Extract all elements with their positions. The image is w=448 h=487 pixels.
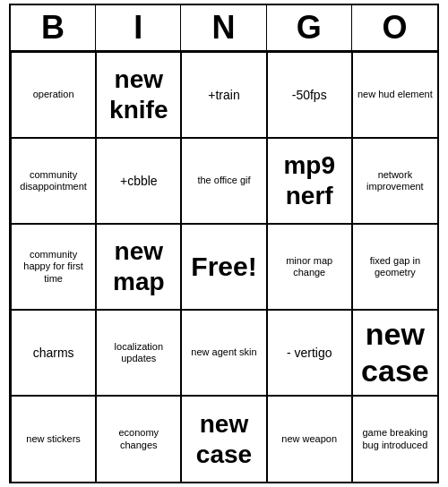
header-letter: O <box>352 5 437 50</box>
cell-text: mp9 nerf <box>271 150 348 210</box>
bingo-grid: operationnew knife+train-50fpsnew hud el… <box>11 52 437 482</box>
cell-text: network improvement <box>357 169 434 192</box>
cell-text: new map <box>100 236 177 296</box>
cell-text: new case <box>357 316 434 389</box>
bingo-cell: fixed gap in geometry <box>352 224 437 310</box>
bingo-cell: operation <box>11 52 96 138</box>
header-letter: G <box>267 5 352 50</box>
bingo-cell: economy changes <box>96 396 181 482</box>
bingo-cell: mp9 nerf <box>267 138 352 224</box>
cell-text: new agent skin <box>191 346 256 358</box>
cell-text: charms <box>33 346 74 361</box>
bingo-cell: community happy for first time <box>11 224 96 310</box>
cell-text: game breaking bug introduced <box>357 427 434 450</box>
cell-text: community happy for first time <box>15 249 91 285</box>
cell-text: new weapon <box>281 433 337 445</box>
bingo-cell: game breaking bug introduced <box>352 396 437 482</box>
bingo-cell: localization updates <box>96 310 181 396</box>
cell-text: new case <box>185 409 262 469</box>
bingo-cell: community disappoint­ment <box>11 138 96 224</box>
bingo-cell: minor map change <box>267 224 352 310</box>
bingo-cell: network improvement <box>352 138 437 224</box>
header-letter: N <box>181 5 266 50</box>
bingo-cell: +cbble <box>96 138 181 224</box>
cell-text: new hud element <box>358 89 433 100</box>
bingo-cell: new map <box>96 224 181 310</box>
bingo-cell: the office gif <box>181 138 266 224</box>
cell-text: new knife <box>100 64 177 124</box>
bingo-cell: new knife <box>96 52 181 138</box>
bingo-cell: new case <box>352 310 437 396</box>
bingo-cell: new stickers <box>11 396 96 482</box>
cell-text: Free! <box>191 251 256 283</box>
bingo-card: BINGO operationnew knife+train-50fpsnew … <box>9 4 439 483</box>
cell-text: +train <box>208 88 239 103</box>
bingo-cell: new case <box>181 396 266 482</box>
cell-text: -50fps <box>292 88 327 103</box>
bingo-cell: new hud element <box>352 52 437 138</box>
bingo-cell: - vertigo <box>267 310 352 396</box>
cell-text: community disappoint­ment <box>15 169 91 192</box>
bingo-cell: -50fps <box>267 52 352 138</box>
bingo-cell: new weapon <box>267 396 352 482</box>
cell-text: fixed gap in geometry <box>357 255 434 278</box>
header-letter: B <box>11 5 96 50</box>
cell-text: new stickers <box>26 433 81 445</box>
cell-text: the office gif <box>197 175 250 186</box>
bingo-cell: +train <box>181 52 266 138</box>
cell-text: localization updates <box>100 341 177 364</box>
cell-text: minor map change <box>271 255 348 278</box>
bingo-header: BINGO <box>11 5 437 52</box>
cell-text: operation <box>33 89 74 100</box>
header-letter: I <box>96 5 181 50</box>
bingo-cell: Free! <box>181 224 266 310</box>
bingo-cell: new agent skin <box>181 310 266 396</box>
cell-text: +cbble <box>120 174 158 189</box>
cell-text: economy changes <box>100 427 177 450</box>
cell-text: - vertigo <box>287 346 332 361</box>
bingo-cell: charms <box>11 310 96 396</box>
